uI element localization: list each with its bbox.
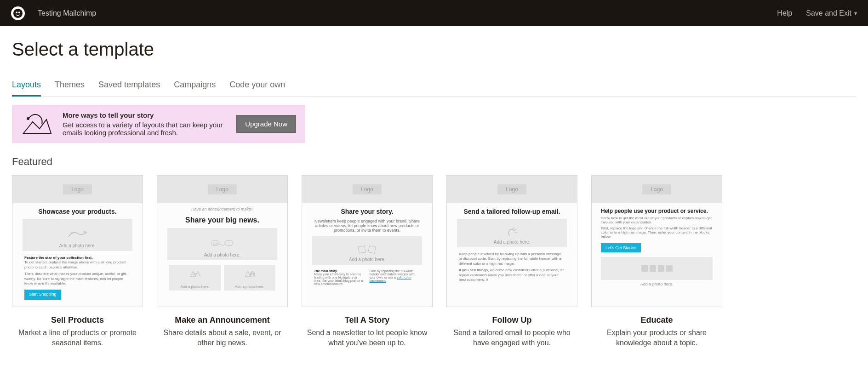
thumb-note2-wrap: If you sell things, welcome new customer…: [459, 268, 565, 282]
thumb-headline: Help people use your product or service.: [601, 208, 713, 214]
svg-point-2: [18, 11, 20, 13]
thumb-photo-placeholder: Add a photo here.: [312, 236, 422, 265]
featured-heading: Featured: [12, 156, 856, 168]
chevron-down-icon: ▾: [854, 10, 857, 17]
tab-layouts[interactable]: Layouts: [12, 76, 41, 97]
tab-campaigns[interactable]: Campaigns: [174, 76, 216, 97]
thumb-headline: Share your big news.: [157, 216, 287, 224]
svg-point-5: [84, 231, 86, 233]
thumb-col-left: The main story. Make your email easy to …: [314, 269, 365, 285]
thumb-columns: The main story. Make your email easy to …: [302, 269, 432, 285]
thumb-col-right: Start by replacing the full-width header…: [370, 269, 421, 285]
thumb-subtext: Newsletters keep people engaged with you…: [302, 219, 432, 236]
thumb-note1: Show how to get the most out of your pro…: [601, 216, 713, 224]
logo-placeholder: Logo: [642, 184, 671, 194]
svg-rect-13: [368, 245, 376, 253]
svg-point-0: [13, 8, 23, 17]
save-exit-label: Save and Exit: [806, 9, 851, 17]
template-desc: Send a newsletter to let people know wha…: [302, 328, 433, 348]
thumb-header: Logo: [447, 176, 577, 203]
thumb-photo-placeholder: Add a photo here.: [457, 219, 567, 247]
template-title: Follow Up: [492, 315, 532, 325]
template-thumb-follow-up[interactable]: Logo Send a tailored follow-up email. Ad…: [446, 175, 577, 307]
page: Select a template Layouts Themes Saved t…: [0, 26, 868, 365]
thumb-note-bold: Feature the star of your collection firs…: [24, 256, 131, 260]
template-title: Sell Products: [51, 315, 104, 325]
template-card-educate: Logo Help people use your product or ser…: [591, 175, 722, 348]
svg-point-8: [225, 240, 233, 246]
thumb-mini-item: 50% Add a photo here.: [224, 265, 276, 291]
svg-point-3: [27, 117, 29, 120]
thumb-copy: Feature the star of your collection firs…: [12, 256, 143, 300]
thumb-headline: Share your story.: [302, 208, 432, 215]
upgrade-illustration-icon: [21, 113, 53, 136]
template-thumb-tell-story[interactable]: Logo Share your story. Newsletters keep …: [302, 175, 433, 307]
thumb-header: Logo: [12, 176, 143, 203]
thumb-header: Logo: [157, 176, 287, 203]
thumb-photo-label: Add a photo here.: [592, 282, 722, 286]
template-title: Tell A Story: [345, 315, 389, 325]
thumb-header: Logo: [592, 176, 722, 203]
svg-rect-12: [358, 246, 365, 253]
upgrade-heading: More ways to tell your story: [63, 111, 227, 119]
thumb-mini-item: -50% Add a photo here.: [169, 265, 221, 291]
template-title: Educate: [640, 315, 673, 325]
template-thumb-sell-products[interactable]: Logo Showcase your products. Add a photo…: [12, 175, 143, 307]
thumb-note1: Keep people involved by following up wit…: [459, 252, 565, 266]
logo-placeholder: Logo: [63, 184, 92, 194]
mailchimp-logo-icon[interactable]: [11, 6, 25, 20]
logo-placeholder: Logo: [353, 184, 382, 194]
tab-code-your-own[interactable]: Code your own: [229, 76, 285, 97]
brand-area: Testing Mailchimp: [11, 6, 96, 20]
upgrade-button[interactable]: Upgrade Now: [236, 115, 296, 133]
page-title: Select a template: [12, 39, 856, 60]
thumb-photo-label: Add a photo here.: [349, 257, 386, 262]
svg-text:10%: 10%: [213, 242, 219, 245]
thumb-note2: First, replace the logo and change the f…: [601, 226, 713, 239]
logo-placeholder: Logo: [208, 184, 237, 194]
thumb-headline: Showcase your products.: [12, 208, 143, 215]
svg-text:-50%: -50%: [192, 273, 198, 275]
template-card-tell-story: Logo Share your story. Newsletters keep …: [302, 175, 433, 348]
tab-saved-templates[interactable]: Saved templates: [98, 76, 160, 97]
account-name: Testing Mailchimp: [38, 9, 96, 17]
thumb-cta: Let's Get Started: [601, 243, 641, 252]
svg-text:50%: 50%: [251, 273, 256, 275]
upgrade-banner: More ways to tell your story Get access …: [12, 105, 305, 143]
upgrade-body: Get access to a variety of layouts that …: [63, 121, 223, 137]
thumb-note2-bold: If you sell things,: [459, 268, 489, 272]
topbar: Testing Mailchimp Help Save and Exit ▾: [0, 0, 868, 26]
thumb-note1: To get started, replace the image above …: [24, 260, 131, 270]
thumb-subhead: Have an announcement to make?: [157, 207, 287, 211]
thumb-headline: Send a tailored follow-up email.: [447, 208, 577, 215]
template-desc: Explain your products or share knowledge…: [591, 328, 722, 348]
thumb-mini-grid: -50% Add a photo here. 50% Add a photo h…: [157, 265, 287, 291]
grid-chips-icon: [641, 265, 673, 272]
thumb-photo-placeholder: Add a photo here.: [23, 219, 132, 251]
thumb-photo-label: Add a photo here.: [59, 243, 96, 248]
thumb-copy: Help people use your product or service.…: [592, 203, 722, 257]
thumb-header: Logo: [302, 176, 432, 203]
template-card-sell-products: Logo Showcase your products. Add a photo…: [12, 175, 143, 348]
thumb-note2: Then, describe what makes your product u…: [24, 272, 131, 286]
thumb-copy: Keep people involved by following up wit…: [447, 252, 577, 282]
template-desc: Share details about a sale, event, or ot…: [157, 328, 288, 348]
featured-templates: Logo Showcase your products. Add a photo…: [12, 175, 856, 348]
thumb-photo-placeholder: 10% Add a photo here.: [167, 228, 277, 260]
thumb-mini-label: Add a photo here.: [235, 285, 264, 289]
tab-themes[interactable]: Themes: [55, 76, 85, 97]
thumb-cta: Start Shopping: [24, 290, 61, 300]
thumb-col1: Make your email easy to scan by leading …: [314, 273, 363, 285]
template-card-follow-up: Logo Send a tailored follow-up email. Ad…: [446, 175, 577, 348]
template-title: Make an Announcement: [175, 315, 269, 325]
template-thumb-educate[interactable]: Logo Help people use your product or ser…: [591, 175, 722, 307]
template-desc: Send a tailored email to people who have…: [446, 328, 577, 348]
tabs: Layouts Themes Saved templates Campaigns…: [12, 76, 856, 97]
help-link[interactable]: Help: [777, 9, 792, 17]
thumb-mini-label: Add a photo here.: [180, 285, 210, 289]
thumb-photo-label: Add a photo here.: [494, 240, 531, 245]
thumb-col-bold: The main story.: [314, 269, 365, 273]
save-exit-link[interactable]: Save and Exit ▾: [806, 9, 857, 17]
template-thumb-announcement[interactable]: Logo Have an announcement to make? Share…: [157, 175, 288, 307]
template-desc: Market a line of products or promote sea…: [12, 328, 143, 348]
